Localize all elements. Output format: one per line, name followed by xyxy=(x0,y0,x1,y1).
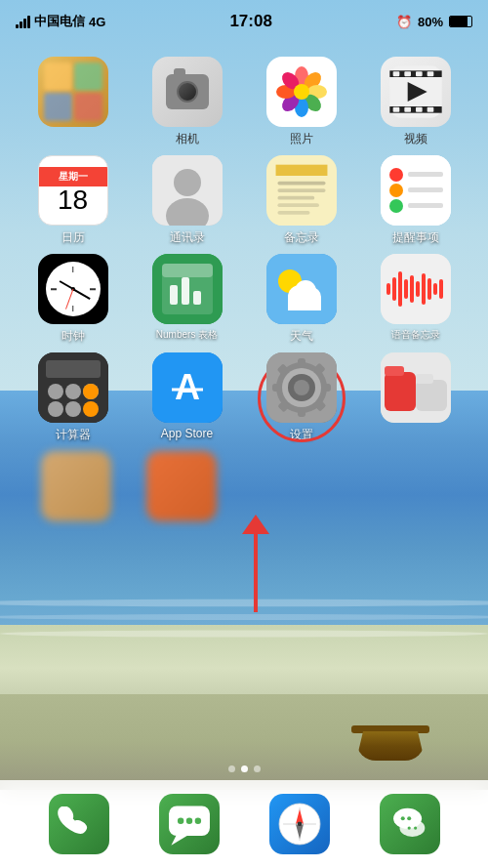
settings-label: 设置 xyxy=(290,427,313,443)
app-item-video[interactable]: 视频 xyxy=(367,57,465,147)
app-item-voicememo[interactable]: 语音备忘录 xyxy=(367,254,465,345)
numbers-icon xyxy=(152,254,223,324)
clock-icon xyxy=(38,254,108,324)
app-item-calculator[interactable]: 计算器 xyxy=(24,352,122,443)
calendar-label: 日历 xyxy=(61,229,85,246)
blur2-icon xyxy=(146,451,217,521)
calendar-icon: 星期一 18 xyxy=(38,155,108,226)
battery-icon xyxy=(449,16,472,27)
svg-rect-58 xyxy=(416,281,420,297)
svg-rect-31 xyxy=(277,203,319,207)
svg-rect-14 xyxy=(404,71,411,76)
svg-rect-45 xyxy=(193,291,201,305)
svg-point-68 xyxy=(48,401,63,417)
app-item-weather[interactable]: 天气 xyxy=(253,254,350,345)
page-dot-1 xyxy=(228,765,235,772)
svg-point-95 xyxy=(177,818,183,824)
messages-icon xyxy=(159,794,220,854)
svg-rect-37 xyxy=(408,187,443,192)
dock-item-safari[interactable] xyxy=(269,794,330,854)
svg-rect-51 xyxy=(288,297,321,310)
clock-label: 时钟 xyxy=(61,328,85,345)
status-right: ⏰ 80% xyxy=(396,15,472,29)
dock-item-messages[interactable] xyxy=(159,794,220,854)
weather-icon xyxy=(266,254,337,324)
page-dot-3 xyxy=(254,765,261,772)
svg-point-9 xyxy=(294,84,309,100)
svg-point-70 xyxy=(83,384,99,399)
svg-rect-90 xyxy=(385,366,404,376)
alarm-icon: ⏰ xyxy=(396,15,412,29)
svg-rect-44 xyxy=(182,277,189,305)
svg-rect-53 xyxy=(386,283,390,295)
svg-point-87 xyxy=(294,380,309,395)
page-dots xyxy=(0,765,488,772)
notes-icon xyxy=(266,155,337,226)
svg-rect-57 xyxy=(410,275,414,303)
svg-point-106 xyxy=(399,819,425,837)
app-item-photos[interactable]: 照片 xyxy=(253,57,350,147)
svg-point-104 xyxy=(297,822,302,827)
svg-point-69 xyxy=(65,401,81,417)
svg-rect-13 xyxy=(392,71,399,76)
svg-rect-29 xyxy=(277,188,325,192)
phone-icon xyxy=(49,794,109,854)
svg-rect-91 xyxy=(416,380,447,411)
signal-icon xyxy=(16,16,30,28)
svg-point-24 xyxy=(174,169,201,196)
svg-point-71 xyxy=(83,401,99,417)
watermark: 蛙子手游网 xyxy=(437,852,486,866)
voicememo-icon xyxy=(381,254,451,324)
svg-point-96 xyxy=(185,818,191,824)
app-item-appstore[interactable]: A App Store xyxy=(139,352,236,443)
app-item-camera[interactable]: 相机 xyxy=(139,57,236,147)
svg-rect-18 xyxy=(404,107,411,112)
network-label: 4G xyxy=(89,15,105,29)
wechat-icon xyxy=(380,794,440,854)
dock-item-phone[interactable] xyxy=(49,794,109,854)
dock xyxy=(0,780,488,868)
svg-rect-28 xyxy=(277,182,325,186)
app-item-notes[interactable]: 备忘录 xyxy=(253,155,350,246)
app-item-reminders[interactable]: 提醒事项 xyxy=(367,155,465,246)
app-item-calendar[interactable]: 星期一 18 日历 xyxy=(24,155,122,246)
svg-point-110 xyxy=(414,826,417,829)
app-item-clock[interactable]: 时钟 xyxy=(24,254,122,345)
app-row-4: 计算器 A App Store xyxy=(16,352,472,443)
svg-marker-94 xyxy=(171,836,186,846)
appstore-icon: A xyxy=(152,352,223,423)
app-grid: 相机 照片 xyxy=(0,49,488,541)
status-left: 中国电信 4G xyxy=(16,13,105,30)
svg-point-36 xyxy=(389,184,403,197)
svg-point-66 xyxy=(65,384,81,399)
contacts-label: 通讯录 xyxy=(170,229,205,246)
svg-rect-56 xyxy=(404,279,408,299)
app-item-folder[interactable] xyxy=(24,57,122,147)
svg-rect-17 xyxy=(392,107,399,112)
svg-rect-92 xyxy=(416,374,433,384)
app-row-1: 相机 照片 xyxy=(16,57,472,147)
carrier-label: 中国电信 xyxy=(34,13,85,30)
svg-rect-59 xyxy=(422,273,426,305)
page-dot-2 xyxy=(241,765,248,772)
calculator-icon xyxy=(38,352,108,423)
reminders-icon xyxy=(381,155,451,226)
app-item-numbers[interactable]: Numbers 表格 xyxy=(139,254,236,345)
app-item-settings[interactable]: 设置 xyxy=(253,352,350,443)
svg-point-109 xyxy=(407,826,410,829)
app-item-files[interactable] xyxy=(367,352,465,443)
app-item-contacts[interactable]: 通讯录 xyxy=(139,155,236,246)
camera-icon xyxy=(152,57,223,127)
svg-point-107 xyxy=(400,816,404,820)
appstore-label: App Store xyxy=(161,427,213,440)
svg-rect-27 xyxy=(275,165,327,176)
svg-point-97 xyxy=(194,818,200,824)
svg-rect-61 xyxy=(433,283,437,295)
calendar-day: 星期一 xyxy=(39,167,107,186)
calculator-label: 计算器 xyxy=(56,427,91,443)
dock-item-wechat[interactable] xyxy=(380,794,440,854)
app-item-blur2[interactable] xyxy=(133,451,230,525)
files-icon xyxy=(381,352,451,423)
app-item-blur1[interactable] xyxy=(27,451,125,525)
svg-rect-35 xyxy=(408,172,443,177)
